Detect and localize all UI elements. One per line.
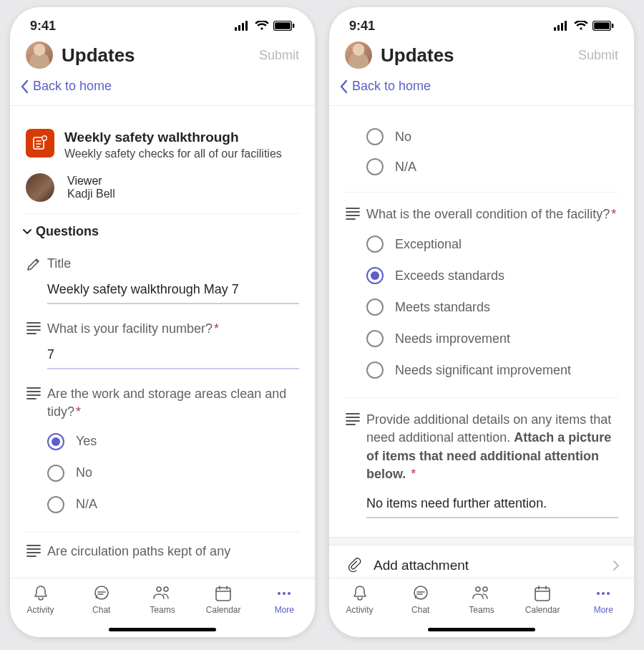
teams-icon	[152, 584, 173, 603]
svg-rect-0	[235, 27, 237, 31]
content-scroll[interactable]: Weekly safety walkthrough Weekly safety …	[10, 119, 315, 584]
cutoff-question: Are circulation paths kept of any	[47, 543, 299, 560]
svg-point-10	[157, 587, 161, 591]
text-lines-icon	[345, 412, 361, 425]
nav-calendar[interactable]: Calendar	[197, 584, 249, 615]
forms-app-icon	[26, 129, 54, 157]
back-to-home-link[interactable]: Back to home	[20, 79, 112, 94]
nav-calendar[interactable]: Calendar	[517, 584, 568, 615]
radio-exceeds[interactable]: Exceeds standards	[366, 260, 618, 291]
nav-chat[interactable]: Chat	[395, 584, 447, 615]
status-icons	[554, 21, 614, 31]
condition-radio-group: Exceptional Exceeds standards Meets stan…	[366, 223, 618, 386]
details-prompt: Provide additional details on any items …	[366, 411, 618, 483]
radio-icon	[366, 362, 384, 379]
radio-yes[interactable]: Yes	[47, 426, 299, 457]
svg-rect-2	[242, 23, 244, 31]
radio-na[interactable]: N/A	[345, 152, 618, 182]
svg-rect-5	[275, 22, 291, 29]
chevron-left-icon	[339, 79, 349, 94]
svg-point-24	[476, 587, 480, 591]
avatar[interactable]	[26, 42, 53, 69]
svg-point-11	[164, 587, 168, 591]
radio-icon	[366, 158, 384, 175]
nav-activity[interactable]: Activity	[334, 584, 386, 615]
radio-no[interactable]: No	[47, 457, 299, 489]
svg-rect-16	[554, 27, 556, 31]
submit-button[interactable]: Submit	[259, 48, 299, 63]
radio-icon	[47, 433, 64, 450]
radio-needs-significant[interactable]: Needs significant improvement	[366, 354, 618, 386]
svg-rect-22	[612, 24, 613, 28]
nav-teams[interactable]: Teams	[137, 584, 188, 615]
pencil-icon	[26, 256, 42, 272]
chevron-right-icon	[613, 560, 620, 571]
calendar-icon	[533, 584, 552, 603]
clean-radio-group: Yes No N/A	[47, 420, 299, 520]
nav-teams[interactable]: Teams	[456, 584, 507, 615]
text-lines-icon	[345, 207, 361, 220]
more-icon	[594, 584, 613, 603]
viewer-row[interactable]: Viewer Kadji Bell	[10, 168, 315, 213]
nav-chat[interactable]: Chat	[76, 584, 127, 615]
viewer-avatar	[26, 173, 54, 202]
header: Updates Submit	[329, 40, 634, 74]
chevron-down-icon	[21, 225, 33, 237]
home-indicator[interactable]	[428, 628, 535, 631]
wifi-icon	[574, 21, 588, 31]
home-indicator[interactable]	[109, 628, 216, 631]
wifi-icon	[255, 21, 269, 31]
radio-icon	[366, 299, 384, 316]
chat-icon	[411, 584, 430, 603]
back-to-home-link[interactable]: Back to home	[339, 79, 431, 94]
bell-icon	[31, 584, 50, 603]
submit-button[interactable]: Submit	[578, 48, 618, 63]
svg-rect-1	[238, 25, 240, 31]
radio-exceptional[interactable]: Exceptional	[366, 228, 618, 260]
q-label: What is the overall condition of the fac…	[366, 205, 618, 223]
svg-rect-26	[535, 588, 550, 601]
back-label: Back to home	[352, 79, 431, 94]
paperclip-icon	[346, 557, 362, 574]
title-input[interactable]: Weekly safety walkthrough May 7	[47, 282, 299, 304]
svg-point-27	[597, 592, 600, 595]
question-condition: What is the overall condition of the fac…	[329, 193, 634, 386]
question-title: Title Weekly safety walkthrough May 7	[10, 245, 315, 304]
radio-na[interactable]: N/A	[47, 489, 299, 520]
header: Updates Submit	[10, 40, 315, 74]
details-input[interactable]: No items need further attention.	[366, 496, 618, 518]
status-bar: 9:41	[10, 7, 315, 40]
question-facility: What is your facility number?* 7	[10, 304, 315, 369]
facility-input[interactable]: 7	[47, 347, 299, 369]
radio-meets[interactable]: Meets standards	[366, 291, 618, 323]
svg-rect-21	[594, 22, 610, 29]
q-label: Are the work and storage areas clean and…	[47, 385, 299, 420]
question-details: Provide additional details on any items …	[329, 398, 634, 518]
radio-icon	[47, 465, 64, 482]
content-scroll[interactable]: No N/A What is the overall condition of …	[329, 119, 634, 584]
status-time: 9:41	[30, 19, 56, 34]
radio-icon	[366, 267, 384, 284]
viewer-name: Kadji Bell	[67, 188, 115, 200]
battery-icon	[592, 21, 614, 31]
nav-activity[interactable]: Activity	[15, 584, 67, 615]
nav-more[interactable]: More	[577, 584, 629, 615]
svg-rect-12	[216, 588, 230, 601]
svg-point-29	[607, 592, 610, 595]
template-card: Weekly safety walkthrough Weekly safety …	[10, 119, 315, 168]
avatar[interactable]	[345, 42, 372, 69]
more-icon	[275, 584, 293, 603]
questions-section-header[interactable]: Questions	[10, 214, 315, 245]
q-label: What is your facility number?*	[47, 320, 299, 337]
prev-question-remaining: No N/A	[329, 119, 634, 185]
page-title: Updates	[62, 44, 259, 67]
nav-more[interactable]: More	[258, 584, 310, 615]
svg-point-13	[278, 592, 280, 595]
phone-right: 9:41 Updates Submit Back to home No N/A	[329, 7, 634, 637]
radio-no[interactable]: No	[345, 122, 618, 152]
viewer-role: Viewer	[67, 175, 115, 188]
signal-icon	[235, 21, 250, 31]
radio-needs-improvement[interactable]: Needs improvement	[366, 323, 618, 354]
svg-rect-19	[565, 21, 567, 31]
svg-rect-6	[293, 24, 294, 28]
